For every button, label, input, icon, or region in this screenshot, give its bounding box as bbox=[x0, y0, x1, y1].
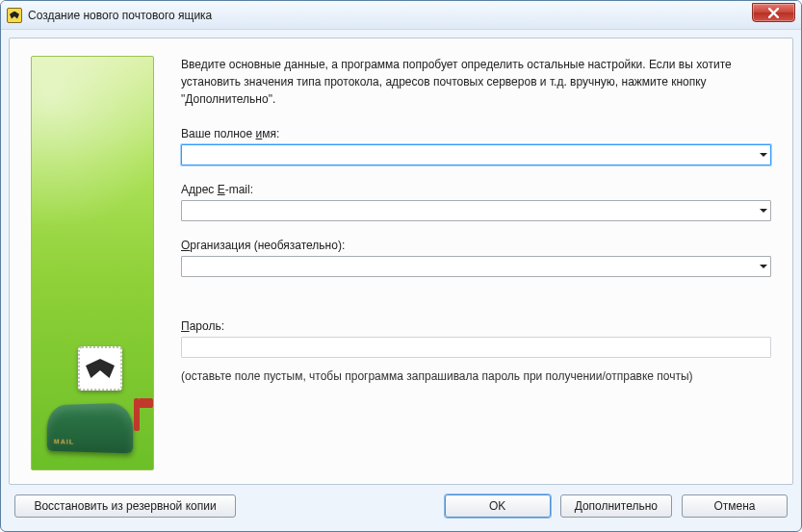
password-group: Пароль: bbox=[181, 319, 771, 358]
button-row: Восстановить из резервной копии OK Допол… bbox=[9, 485, 793, 523]
org-label: Организация (необязательно): bbox=[181, 239, 771, 252]
fullname-input[interactable] bbox=[181, 144, 771, 165]
instructions-text: Введите основные данные, а программа поп… bbox=[181, 56, 771, 108]
titlebar: Создание нового почтового ящика bbox=[1, 1, 801, 30]
stamp-icon bbox=[78, 346, 122, 391]
cancel-button[interactable]: Отмена bbox=[682, 494, 788, 518]
password-label: Пароль: bbox=[181, 319, 771, 333]
close-button[interactable] bbox=[752, 3, 795, 22]
chevron-down-icon bbox=[760, 209, 767, 213]
org-input[interactable] bbox=[181, 256, 771, 277]
chevron-down-icon bbox=[760, 153, 767, 157]
email-group: Адрес E-mail: bbox=[181, 183, 771, 221]
mailbox-icon bbox=[39, 364, 147, 460]
restore-backup-button[interactable]: Восстановить из резервной копии bbox=[14, 494, 236, 518]
dialog-window: Создание нового почтового ящика Введите … bbox=[0, 0, 802, 532]
window-title: Создание нового почтового ящика bbox=[28, 9, 212, 22]
chevron-down-icon bbox=[760, 265, 767, 268]
app-icon bbox=[7, 8, 22, 23]
close-icon bbox=[768, 8, 779, 18]
fullname-label: Ваше полное имя: bbox=[181, 127, 771, 140]
org-group: Организация (необязательно): bbox=[181, 239, 771, 277]
password-hint: (оставьте поле пустым, чтобы программа з… bbox=[181, 369, 771, 383]
more-button[interactable]: Дополнительно bbox=[560, 494, 672, 518]
fullname-group: Ваше полное имя: bbox=[181, 127, 771, 165]
client-area: Введите основные данные, а программа поп… bbox=[1, 30, 801, 531]
content-panel: Введите основные данные, а программа поп… bbox=[9, 38, 793, 485]
email-input[interactable] bbox=[181, 200, 771, 221]
password-input[interactable] bbox=[181, 337, 771, 358]
wizard-side-image bbox=[31, 56, 154, 470]
email-label: Адрес E-mail: bbox=[181, 183, 771, 196]
form-column: Введите основные данные, а программа поп… bbox=[181, 56, 771, 470]
ok-button[interactable]: OK bbox=[445, 494, 551, 518]
